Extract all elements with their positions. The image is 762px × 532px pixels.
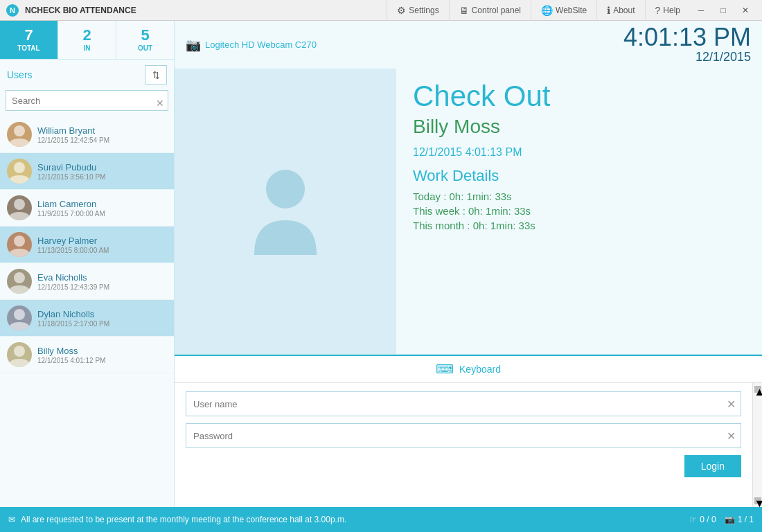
svg-point-9 <box>266 170 305 209</box>
finger-counter: ☞ 0 / 0 <box>689 515 716 524</box>
user-list: William Bryant12/1/2015 12:42:54 PMSurav… <box>0 116 174 507</box>
username-clear-icon[interactable]: ✕ <box>721 392 741 416</box>
username-input[interactable] <box>186 392 721 416</box>
user-name: Suravi Pubudu <box>37 162 167 172</box>
user-name: Billy Moss <box>37 346 167 356</box>
list-item[interactable]: Billy Moss12/1/2015 4:01:12 PM <box>0 337 174 373</box>
settings-icon: ⚙ <box>397 5 406 16</box>
message-text: All are requested to be present at the m… <box>21 515 346 524</box>
list-item[interactable]: Dylan Nicholls11/18/2015 2:17:00 PM <box>0 300 174 337</box>
svg-point-6 <box>14 272 25 283</box>
bottom-bar: ✉ All are requested to be present at the… <box>0 507 762 532</box>
user-time: 11/13/2015 8:00:00 AM <box>37 247 167 254</box>
camera-icon: 📷 <box>725 515 735 524</box>
list-item[interactable]: Harvey Palmer11/13/2015 8:00:00 AM <box>0 227 174 263</box>
close-button[interactable]: ✕ <box>734 0 756 21</box>
svg-point-2 <box>14 125 25 136</box>
work-details-title: Work Details <box>413 167 745 185</box>
minimize-button[interactable]: ─ <box>690 0 712 21</box>
checkout-timestamp: 12/1/2015 4:01:13 PM <box>413 146 745 159</box>
scrollbar-up[interactable]: ▲ <box>754 386 761 393</box>
search-clear-icon[interactable]: ✕ <box>156 98 164 109</box>
user-name: Harvey Palmer <box>37 236 167 246</box>
login-button[interactable]: Login <box>684 455 741 477</box>
svg-point-5 <box>14 236 25 247</box>
stat-in[interactable]: 2 IN <box>58 21 116 59</box>
user-name: Dylan Nicholls <box>37 309 167 319</box>
avatar-silhouette-svg <box>247 165 324 255</box>
stat-out[interactable]: 5 OUT <box>116 21 174 59</box>
checkout-status: Check Out <box>413 80 745 113</box>
filter-button[interactable]: ⇅ <box>145 65 167 85</box>
user-time: 11/18/2015 2:17:00 PM <box>37 320 167 328</box>
about-icon: ℹ <box>607 5 610 16</box>
titlebar-nav: ⚙ Settings 🖥 Control panel 🌐 WebSite ℹ A… <box>387 0 690 21</box>
checkout-user-name: Billy Moss <box>413 116 745 138</box>
avatar <box>7 195 32 220</box>
nav-website[interactable]: 🌐 WebSite <box>531 0 596 21</box>
avatar <box>7 159 32 184</box>
app-logo: N <box>6 3 19 17</box>
titlebar: N NCHECK BIO ATTENDANCE ⚙ Settings 🖥 Con… <box>0 0 762 21</box>
bottom-message: ✉ All are requested to be present at the… <box>8 515 346 524</box>
checkout-topbar: 📷 Logitech HD Webcam C270 4:01:13 PM 12/… <box>175 21 762 69</box>
list-item[interactable]: Suravi Pubudu12/1/2015 3:56:10 PM <box>0 153 174 190</box>
nav-control-panel[interactable]: 🖥 Control panel <box>449 0 531 21</box>
nav-settings[interactable]: ⚙ Settings <box>387 0 448 21</box>
stat-out-number: 5 <box>122 28 168 43</box>
stat-in-label: IN <box>64 44 110 52</box>
work-detail-month: This month : 0h: 1min: 33s <box>413 220 745 231</box>
checkout-info: Check Out Billy Moss 12/1/2015 4:01:13 P… <box>396 69 762 354</box>
filter-icon: ⇅ <box>152 70 160 80</box>
help-icon: ? <box>655 5 661 16</box>
stat-out-label: OUT <box>122 44 168 52</box>
nav-about[interactable]: ℹ About <box>596 0 644 21</box>
website-icon: 🌐 <box>541 5 553 16</box>
password-clear-icon[interactable]: ✕ <box>721 424 741 447</box>
search-container: ✕ <box>0 90 174 116</box>
panel-scrollbar[interactable]: ▲ ▼ <box>752 383 762 507</box>
svg-point-3 <box>14 162 25 173</box>
date-display: 12/1/2015 <box>623 50 751 64</box>
main-container: 7 TOTAL 2 IN 5 OUT Users ⇅ ✕ Wil <box>0 21 762 507</box>
webcam-label: 📷 Logitech HD Webcam C270 <box>186 37 317 53</box>
user-time: 12/1/2015 12:43:39 PM <box>37 283 167 291</box>
avatar <box>7 122 32 147</box>
nav-help[interactable]: ? Help <box>645 0 690 21</box>
list-item[interactable]: William Bryant12/1/2015 12:42:54 PM <box>0 116 174 153</box>
window-controls: ─ □ ✕ <box>690 0 756 21</box>
list-item[interactable]: Liam Cameron11/9/2015 7:00:00 AM <box>0 190 174 227</box>
stat-total[interactable]: 7 TOTAL <box>0 21 58 59</box>
stat-total-label: TOTAL <box>6 44 52 52</box>
avatar <box>7 342 32 367</box>
checkout-main: Check Out Billy Moss 12/1/2015 4:01:13 P… <box>175 69 762 354</box>
nav-about-label: About <box>613 6 635 15</box>
svg-point-7 <box>14 309 25 320</box>
work-detail-week: This week : 0h: 1min: 33s <box>413 205 745 217</box>
finger-count: 0 / 0 <box>700 515 716 524</box>
avatar <box>7 232 32 257</box>
webcam-icon: 📷 <box>186 37 201 53</box>
sidebar: 7 TOTAL 2 IN 5 OUT Users ⇅ ✕ Wil <box>0 21 175 507</box>
user-name: William Bryant <box>37 125 167 136</box>
password-field: ✕ <box>186 423 741 448</box>
search-input[interactable] <box>6 90 168 111</box>
users-header: Users ⇅ <box>0 60 174 90</box>
list-item[interactable]: Eva Nicholls12/1/2015 12:43:39 PM <box>0 263 174 300</box>
nav-control-panel-label: Control panel <box>472 6 521 15</box>
stat-total-number: 7 <box>6 28 52 43</box>
svg-point-8 <box>14 346 25 357</box>
keyboard-header: ⌨ Keyboard <box>175 356 762 383</box>
password-input[interactable] <box>186 424 721 447</box>
nav-settings-label: Settings <box>409 6 438 15</box>
keyboard-icon: ⌨ <box>436 362 454 377</box>
scrollbar-down[interactable]: ▼ <box>754 497 761 504</box>
time-display: 4:01:13 PM <box>623 25 751 50</box>
nav-help-label: Help <box>663 6 680 15</box>
user-avatar-placeholder <box>247 165 324 258</box>
users-title: Users <box>7 69 33 80</box>
camera-count: 1 / 1 <box>738 515 754 524</box>
user-time: 12/1/2015 12:42:54 PM <box>37 136 167 144</box>
camera-counter: 📷 1 / 1 <box>725 515 754 524</box>
maximize-button[interactable]: □ <box>712 0 734 21</box>
